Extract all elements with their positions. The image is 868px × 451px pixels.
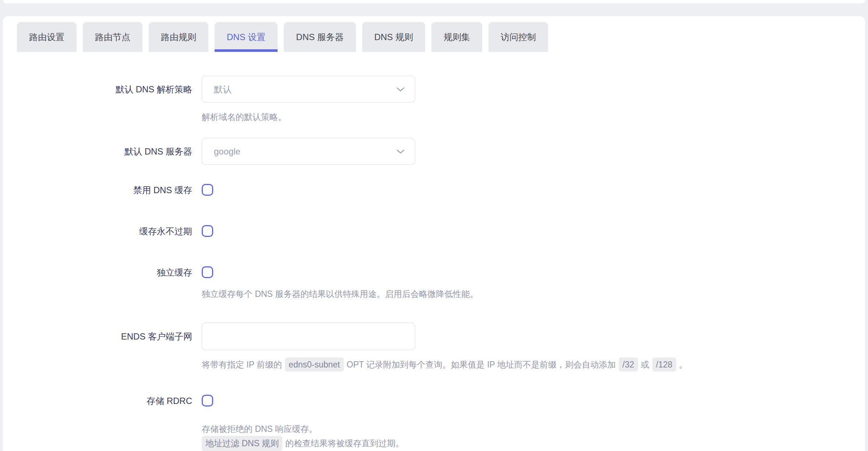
select-value: google — [214, 146, 240, 157]
settings-card: 路由设置 路由节点 路由规则 DNS 设置 DNS 服务器 DNS 规则 规则集… — [3, 16, 865, 451]
store-rdrc-help-line1: 存储被拒绝的 DNS 响应缓存。 — [202, 422, 404, 436]
field-label-col: 默认 DNS 解析策略 — [3, 76, 192, 103]
form-row-default-dns-server: 默认 DNS 服务器 google — [3, 138, 865, 165]
tab-dns-rules[interactable]: DNS 规则 — [362, 22, 425, 52]
tab-rule-sets[interactable]: 规则集 — [431, 22, 482, 52]
tab-route-settings[interactable]: 路由设置 — [17, 22, 77, 52]
help-text: 或 — [641, 360, 649, 369]
form-row-disable-dns-cache: 禁用 DNS 缓存 — [3, 184, 865, 196]
tab-access-control[interactable]: 访问控制 — [488, 22, 548, 52]
tab-label: DNS 服务器 — [296, 31, 343, 43]
previous-card-bottom-edge — [3, 0, 865, 3]
independent-cache-checkbox[interactable] — [202, 266, 213, 278]
default-dns-server-label: 默认 DNS 服务器 — [124, 146, 192, 157]
store-rdrc-help: 存储被拒绝的 DNS 响应缓存。 地址过滤 DNS 规则的检查结果将被缓存直到过… — [202, 422, 404, 451]
tab-label: 规则集 — [444, 31, 470, 43]
field-label-col: 存储 RDRC — [3, 395, 192, 407]
form-row-independent-cache: 独立缓存 独立缓存每个 DNS 服务器的结果以供特殊用途。启用后会略微降低性能。 — [3, 266, 865, 300]
chevron-down-icon — [396, 87, 405, 92]
edns-client-subnet-help: 将带有指定 IP 前缀的edns0-subnetOPT 记录附加到每个查询。如果… — [202, 358, 688, 372]
field-label-col: 禁用 DNS 缓存 — [3, 184, 192, 196]
disable-dns-cache-checkbox[interactable] — [202, 184, 213, 196]
code-badge-address-filter-dns-rule: 地址过滤 DNS 规则 — [202, 436, 282, 451]
store-rdrc-checkbox[interactable] — [202, 395, 213, 406]
tab-route-rules[interactable]: 路由规则 — [149, 22, 208, 52]
default-dns-strategy-select[interactable]: 默认 — [202, 76, 415, 103]
form-row-cache-never-expire: 缓存永不过期 — [3, 225, 865, 237]
help-text: OPT 记录附加到每个查询。如果值是 IP 地址而不是前缀，则会自动添加 — [347, 360, 616, 369]
tab-dns-servers[interactable]: DNS 服务器 — [284, 22, 356, 52]
independent-cache-label: 独立缓存 — [157, 267, 192, 278]
tab-dns-settings[interactable]: DNS 设置 — [215, 22, 278, 52]
field-label-col: 缓存永不过期 — [3, 225, 192, 237]
tab-label: 路由设置 — [29, 31, 64, 43]
default-dns-strategy-help: 解析域名的默认策略。 — [202, 111, 415, 123]
tab-label: DNS 设置 — [227, 31, 265, 43]
default-dns-server-select[interactable]: google — [202, 138, 415, 165]
form-row-store-rdrc: 存储 RDRC 存储被拒绝的 DNS 响应缓存。 地址过滤 DNS 规则的检查结… — [3, 395, 865, 451]
field-control-col — [202, 225, 213, 237]
field-control-col: 存储被拒绝的 DNS 响应缓存。 地址过滤 DNS 规则的检查结果将被缓存直到过… — [202, 395, 404, 451]
tab-route-nodes[interactable]: 路由节点 — [83, 22, 142, 52]
cache-never-expire-checkbox[interactable] — [202, 225, 213, 237]
field-control-col: google — [202, 138, 415, 165]
form-row-default-dns-strategy: 默认 DNS 解析策略 默认 解析域名的默认策略。 — [3, 76, 865, 123]
independent-cache-help: 独立缓存每个 DNS 服务器的结果以供特殊用途。启用后会略微降低性能。 — [202, 288, 478, 300]
tab-label: 路由规则 — [161, 31, 196, 43]
code-badge-slash32: /32 — [619, 358, 638, 372]
tab-label: DNS 规则 — [374, 31, 413, 43]
field-control-col: 独立缓存每个 DNS 服务器的结果以供特殊用途。启用后会略微降低性能。 — [202, 266, 478, 300]
field-label-col: ENDS 客户端子网 — [3, 323, 192, 350]
store-rdrc-label: 存储 RDRC — [147, 395, 192, 407]
code-badge-edns0-subnet: edns0-subnet — [285, 358, 343, 372]
edns-client-subnet-label: ENDS 客户端子网 — [121, 331, 192, 342]
default-dns-strategy-label: 默认 DNS 解析策略 — [116, 84, 192, 95]
field-control-col: 将带有指定 IP 前缀的edns0-subnetOPT 记录附加到每个查询。如果… — [202, 323, 688, 372]
field-label-col: 默认 DNS 服务器 — [3, 138, 192, 165]
store-rdrc-help-line2: 地址过滤 DNS 规则的检查结果将被缓存直到过期。 — [202, 436, 404, 451]
field-control-col — [202, 184, 213, 196]
code-badge-slash128: /128 — [652, 358, 676, 372]
field-label-col: 独立缓存 — [3, 266, 192, 278]
field-control-col: 默认 解析域名的默认策略。 — [202, 76, 415, 123]
help-text: 的检查结果将被缓存直到过期。 — [285, 438, 404, 448]
help-text: 。 — [679, 360, 688, 369]
chevron-down-icon — [396, 149, 405, 154]
form-row-edns-client-subnet: ENDS 客户端子网 将带有指定 IP 前缀的edns0-subnetOPT 记… — [3, 323, 865, 372]
help-text: 将带有指定 IP 前缀的 — [202, 360, 282, 369]
dns-settings-form: 默认 DNS 解析策略 默认 解析域名的默认策略。 默认 DNS 服务器 goo… — [3, 76, 865, 451]
tab-label: 访问控制 — [501, 31, 536, 43]
tab-bar: 路由设置 路由节点 路由规则 DNS 设置 DNS 服务器 DNS 规则 规则集… — [3, 16, 865, 52]
tab-label: 路由节点 — [95, 31, 130, 43]
disable-dns-cache-label: 禁用 DNS 缓存 — [133, 184, 192, 196]
cache-never-expire-label: 缓存永不过期 — [139, 226, 192, 237]
select-value: 默认 — [214, 84, 232, 95]
edns-client-subnet-input[interactable] — [202, 323, 415, 350]
